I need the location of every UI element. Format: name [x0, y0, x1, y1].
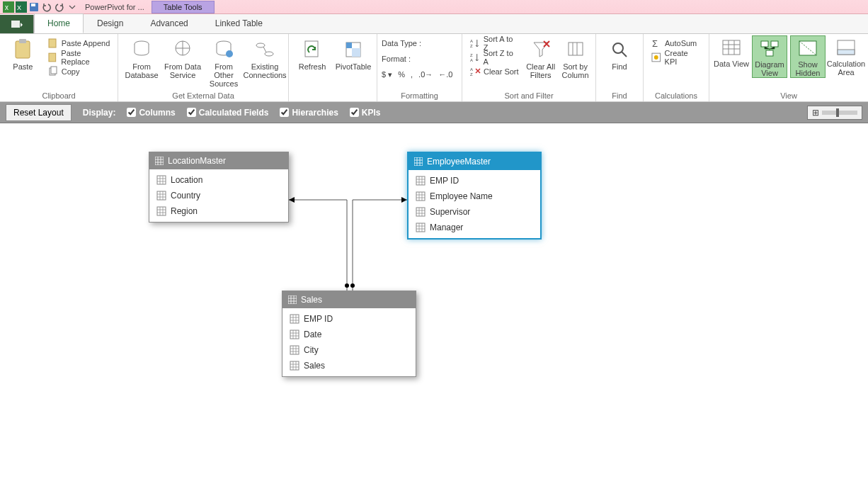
table-title: Sales [301, 295, 322, 305]
field-row[interactable]: Supervisor [409, 204, 540, 220]
format-label: Format : [382, 55, 411, 63]
from-other-sources-button[interactable]: From Other Sources [205, 35, 243, 88]
group-get-data: From Database From Data Service From Oth… [118, 34, 289, 101]
fit-icon[interactable]: ⊞ [812, 108, 819, 118]
context-tab[interactable]: Table Tools [152, 1, 215, 13]
toggle-kpis[interactable]: KPIs [350, 108, 381, 118]
group-clipboard: Paste Paste Append Paste Replace Copy Cl… [0, 34, 118, 101]
svg-rect-10 [49, 53, 56, 62]
svg-rect-57 [290, 346, 299, 354]
svg-rect-5 [31, 4, 35, 6]
sort-za[interactable]: ZASort Z to A [467, 51, 522, 64]
tab-home[interactable]: Home [34, 13, 84, 33]
field-row[interactable]: Date [282, 327, 416, 342]
svg-rect-19 [305, 41, 318, 57]
svg-rect-6 [11, 21, 20, 28]
sort-az[interactable]: AZSort A to Z [467, 37, 522, 50]
svg-point-16 [226, 50, 233, 57]
app-title: PowerPivot for ... [85, 3, 144, 11]
quick-access-toolbar: x X [3, 1, 78, 13]
diagram-toolbar: Reset Layout Display: Columns Calculated… [0, 102, 868, 123]
field-row[interactable]: EMP ID [282, 311, 416, 327]
svg-rect-29 [569, 43, 583, 55]
file-tab[interactable] [0, 15, 34, 33]
svg-text:Z: Z [470, 53, 473, 57]
table-header[interactable]: LocationMaster [149, 152, 288, 169]
tab-design[interactable]: Design [84, 13, 137, 33]
excel-icon[interactable]: X [16, 1, 27, 13]
refresh-button[interactable]: Refresh [293, 35, 331, 71]
field-row[interactable]: City [282, 342, 416, 358]
zoom-control[interactable]: ⊞ [807, 106, 862, 120]
currency-icon[interactable]: $ ▾ [382, 70, 392, 79]
decrease-decimal-icon[interactable]: ←.0 [438, 70, 452, 79]
from-database-button[interactable]: From Database [122, 35, 161, 79]
field-row[interactable]: Region [149, 203, 288, 219]
svg-rect-56 [290, 330, 299, 339]
svg-rect-50 [416, 176, 425, 185]
increase-decimal-icon[interactable]: .0→ [418, 70, 433, 79]
field-row[interactable]: Location [149, 172, 288, 188]
from-data-service-button[interactable]: From Data Service [164, 35, 202, 79]
autosum[interactable]: ΣAutoSum [648, 37, 704, 50]
redo-icon[interactable] [54, 1, 65, 13]
svg-rect-34 [723, 40, 740, 55]
group-label-clipboard: Clipboard [4, 90, 113, 101]
existing-connections-button[interactable]: Existing Connections [246, 35, 284, 79]
svg-rect-48 [157, 207, 166, 215]
table-employee-master[interactable]: EmployeeMaster EMP ID Employee Name Supe… [407, 152, 542, 240]
toggle-calcfields[interactable]: Calculated Fields [187, 108, 269, 118]
diagram-view-button[interactable]: Diagram View [752, 35, 787, 78]
ribbon: Paste Paste Append Paste Replace Copy Cl… [0, 34, 868, 102]
svg-rect-8 [19, 39, 26, 43]
paste-button[interactable]: Paste [4, 35, 42, 71]
svg-point-44 [350, 283, 355, 288]
table-location-master[interactable]: LocationMaster Location Country Region [149, 152, 289, 223]
comma-icon[interactable]: , [411, 70, 413, 79]
field-row[interactable]: Manager [409, 220, 540, 235]
table-header[interactable]: Sales [282, 291, 416, 308]
group-label-calc: Calculations [648, 90, 704, 101]
diagram-canvas[interactable]: LocationMaster Location Country Region E… [0, 123, 868, 501]
toggle-columns[interactable]: Columns [127, 108, 175, 118]
calculation-area-button[interactable]: Calculation Area [828, 35, 864, 77]
reset-layout-button[interactable]: Reset Layout [6, 104, 72, 121]
table-header[interactable]: EmployeeMaster [409, 153, 540, 170]
paste-label: Paste [13, 62, 33, 71]
clear-sort[interactable]: AZClear Sort [467, 65, 522, 78]
tab-strip: Home Design Advanced Linked Table [0, 14, 868, 34]
svg-rect-37 [766, 50, 773, 56]
percent-icon[interactable]: % [398, 70, 405, 79]
sort-by-column[interactable]: Sort by Column [559, 35, 591, 79]
table-sales[interactable]: Sales EMP ID Date City Sales [282, 291, 416, 377]
field-row[interactable]: EMP ID [409, 173, 540, 188]
group-label-getdata: Get External Data [122, 90, 284, 101]
copy-button[interactable]: Copy [45, 65, 113, 78]
field-row[interactable]: Country [149, 188, 288, 203]
show-hidden-button[interactable]: Show Hidden [790, 35, 826, 78]
table-title: EmployeeMaster [427, 157, 491, 167]
data-view-button[interactable]: Data View [714, 35, 749, 68]
pivottable-button[interactable]: PivotTable [334, 35, 372, 71]
svg-rect-47 [157, 191, 166, 200]
tab-advanced[interactable]: Advanced [137, 13, 201, 33]
tab-linked-table[interactable]: Linked Table [202, 13, 276, 33]
field-row[interactable]: Sales [282, 358, 416, 373]
data-type-label: Data Type : [382, 39, 421, 47]
svg-rect-58 [290, 361, 299, 370]
toggle-hierarchies[interactable]: Hierarchies [280, 108, 338, 118]
undo-icon[interactable] [41, 1, 52, 13]
save-icon[interactable] [28, 1, 40, 13]
find-button[interactable]: Find [600, 35, 639, 71]
svg-point-33 [654, 55, 658, 60]
create-kpi[interactable]: Create KPI [648, 51, 704, 64]
svg-text:x: x [5, 4, 8, 11]
paste-replace[interactable]: Paste Replace [45, 51, 113, 64]
group-label-view: View [714, 90, 864, 101]
clear-all-filters[interactable]: Clear All Filters [525, 35, 556, 79]
svg-rect-9 [49, 39, 56, 47]
customize-qat-icon[interactable] [67, 1, 78, 13]
svg-rect-52 [416, 208, 425, 216]
field-row[interactable]: Employee Name [409, 188, 540, 204]
paste-append[interactable]: Paste Append [45, 37, 113, 50]
